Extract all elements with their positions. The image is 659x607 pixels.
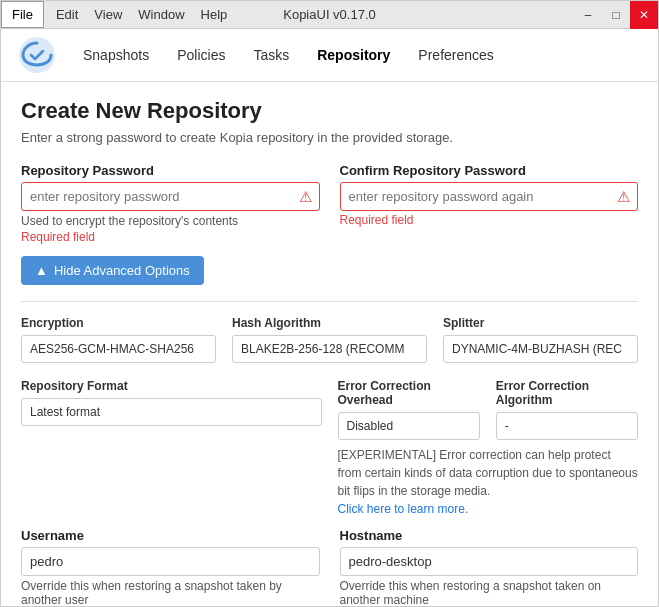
password-label: Repository Password <box>21 163 320 178</box>
hash-algorithm-group: Hash Algorithm BLAKE2B-256-128 (RECOMM <box>232 316 427 363</box>
username-label: Username <box>21 528 320 543</box>
minimize-button[interactable]: – <box>574 1 602 29</box>
hash-algorithm-value[interactable]: BLAKE2B-256-128 (RECOMM <box>232 335 427 363</box>
username-group: Username Override this when restoring a … <box>21 528 320 606</box>
hostname-group: Hostname Override this when restoring a … <box>340 528 639 606</box>
password-input[interactable] <box>21 182 320 211</box>
hostname-label: Hostname <box>340 528 639 543</box>
username-helper: Override this when restoring a snapshot … <box>21 579 320 606</box>
maximize-button[interactable]: □ <box>602 1 630 29</box>
password-required: Required field <box>21 230 320 244</box>
chevron-up-icon: ▲ <box>35 263 48 278</box>
title-bar: File Edit View Window Help KopiaUI v0.17… <box>1 1 658 29</box>
repo-format-label: Repository Format <box>21 379 322 393</box>
splitter-group: Splitter DYNAMIC-4M-BUZHASH (REC <box>443 316 638 363</box>
repo-format-value[interactable]: Latest format <box>21 398 322 426</box>
password-helper: Used to encrypt the repository's content… <box>21 214 320 228</box>
close-button[interactable]: ✕ <box>630 1 658 29</box>
encryption-label: Encryption <box>21 316 216 330</box>
format-row: Repository Format Latest format Error Co… <box>21 379 638 518</box>
page-subtitle: Enter a strong password to create Kopia … <box>21 130 638 145</box>
app-logo <box>17 35 57 75</box>
error-correction-desc-text: [EXPERIMENTAL] Error correction can help… <box>338 448 638 498</box>
advanced-btn-label: Hide Advanced Options <box>54 263 190 278</box>
splitter-value[interactable]: DYNAMIC-4M-BUZHASH (REC <box>443 335 638 363</box>
error-correction-overhead-label: Error Correction Overhead <box>338 379 480 407</box>
error-correction-algorithm-label: Error Correction Algorithm <box>496 379 638 407</box>
hostname-helper: Override this when restoring a snapshot … <box>340 579 639 606</box>
splitter-label: Splitter <box>443 316 638 330</box>
nav-repository[interactable]: Repository <box>307 41 400 69</box>
window-title: KopiaUI v0.17.0 <box>283 7 376 22</box>
error-correction-overhead-group: Error Correction Overhead Disabled <box>338 379 480 440</box>
encryption-group: Encryption AES256-GCM-HMAC-SHA256 <box>21 316 216 363</box>
confirm-input[interactable] <box>340 182 639 211</box>
nav-preferences[interactable]: Preferences <box>408 41 503 69</box>
confirm-group: Confirm Repository Password ⚠ Required f… <box>340 163 639 244</box>
file-menu[interactable]: File <box>1 1 44 28</box>
menu-view[interactable]: View <box>86 3 130 26</box>
hide-advanced-button[interactable]: ▲ Hide Advanced Options <box>21 256 204 285</box>
password-error-icon: ⚠ <box>299 188 312 206</box>
encryption-value[interactable]: AES256-GCM-HMAC-SHA256 <box>21 335 216 363</box>
nav-tasks[interactable]: Tasks <box>243 41 299 69</box>
menu-window[interactable]: Window <box>130 3 192 26</box>
page-title: Create New Repository <box>21 98 638 124</box>
main-content: Create New Repository Enter a strong pas… <box>1 82 658 606</box>
username-input[interactable] <box>21 547 320 576</box>
advanced-section: Encryption AES256-GCM-HMAC-SHA256 Hash A… <box>21 301 638 606</box>
nav-snapshots[interactable]: Snapshots <box>73 41 159 69</box>
username-hostname-row: Username Override this when restoring a … <box>21 528 638 606</box>
password-row: Repository Password ⚠ Used to encrypt th… <box>21 163 638 244</box>
error-correction-algorithm-value[interactable]: - <box>496 412 638 440</box>
confirm-error-icon: ⚠ <box>617 188 630 206</box>
error-correction-overhead-value[interactable]: Disabled <box>338 412 480 440</box>
password-group: Repository Password ⚠ Used to encrypt th… <box>21 163 320 244</box>
learn-more-link[interactable]: Click here to learn more. <box>338 502 469 516</box>
error-correction-desc: [EXPERIMENTAL] Error correction can help… <box>338 446 639 518</box>
nav-policies[interactable]: Policies <box>167 41 235 69</box>
menu-help[interactable]: Help <box>193 3 236 26</box>
error-correction-algorithm-group: Error Correction Algorithm - <box>496 379 638 440</box>
confirm-required: Required field <box>340 213 639 227</box>
hostname-input[interactable] <box>340 547 639 576</box>
menu-edit[interactable]: Edit <box>48 3 86 26</box>
encryption-row: Encryption AES256-GCM-HMAC-SHA256 Hash A… <box>21 316 638 363</box>
hash-algorithm-label: Hash Algorithm <box>232 316 427 330</box>
repo-format-group: Repository Format Latest format <box>21 379 322 518</box>
nav-bar: Snapshots Policies Tasks Repository Pref… <box>1 29 658 82</box>
confirm-label: Confirm Repository Password <box>340 163 639 178</box>
